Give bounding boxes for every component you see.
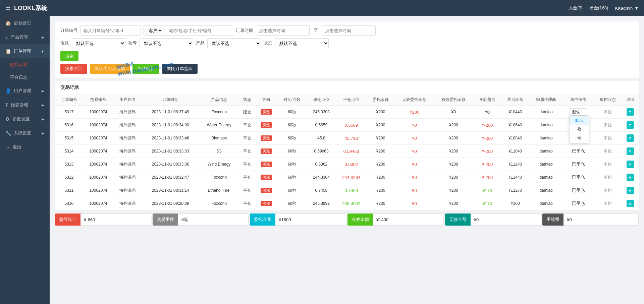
cell-pnl: ¥170: [473, 197, 501, 210]
sidebar-item-logout[interactable]: → 退出: [0, 140, 50, 154]
sidebar-label-order: 订单管理: [14, 48, 31, 54]
cell-control-op[interactable]: 已平仓: [563, 171, 594, 184]
dropdown-option-default[interactable]: 默认: [570, 116, 589, 125]
cell-detail[interactable]: ≡: [622, 132, 639, 145]
cell-control-op[interactable]: 已平仓: [563, 184, 594, 197]
cell-detail[interactable]: ≡: [622, 197, 639, 210]
cell-valid-entrust: ¥0: [434, 106, 473, 119]
search-button[interactable]: 搜索: [60, 51, 78, 61]
detail-icon[interactable]: ≡: [627, 187, 634, 194]
cell-control-status: 不控: [594, 119, 622, 132]
detail-icon[interactable]: ≡: [627, 174, 634, 181]
cell-balance-after: ¥10440: [501, 106, 529, 119]
status-select[interactable]: 默认不选: [275, 38, 329, 48]
sidebar-item-sys[interactable]: 🔧 系统设置 ▶: [0, 126, 50, 140]
sidebar-item-product[interactable]: ₿ 产品管理 ▶: [0, 30, 50, 44]
cell-close-price: 0.7469: [336, 184, 367, 197]
col-account: 交易账号: [83, 94, 114, 106]
sidebar-item-user[interactable]: 👤 用户管理 ▶: [0, 84, 50, 98]
cell-status: 平仓: [239, 197, 256, 210]
cell-detail[interactable]: ≡: [622, 158, 639, 171]
user-menu[interactable]: KKadmin ▼: [615, 6, 639, 11]
sidebar-label-product: 产品管理: [10, 34, 28, 40]
close-monitor-button[interactable]: 关闭订单监听: [162, 64, 198, 74]
dropdown-option-profit[interactable]: 盈: [570, 125, 589, 134]
detail-icon[interactable]: ≡: [627, 121, 634, 129]
dropdown-option-loss[interactable]: 亏: [570, 134, 589, 143]
sidebar-sub-item-trade-flow[interactable]: 交易流水: [0, 58, 50, 71]
zhang-die-select[interactable]: 默认不选 涨 跌: [72, 38, 125, 48]
filter-row-1: 订单编号 客户 订单时间 至: [60, 25, 633, 36]
cell-control-op[interactable]: 已平仓: [563, 197, 594, 210]
cell-product: Ethanol Fuel: [199, 184, 239, 197]
invalid-entrust-val: ¥0: [412, 123, 417, 128]
product-select[interactable]: 默认不选: [207, 38, 261, 48]
col-valid-entrust: 有效委托余额: [434, 94, 473, 106]
cell-detail[interactable]: ≡: [622, 184, 639, 197]
order-time-start-input[interactable]: [256, 25, 310, 36]
filter-area: 订单编号 客户 订单时间 至 涨跌: [55, 21, 639, 78]
sidebar-item-params[interactable]: ⚙ 参数设置 ▶: [0, 112, 50, 126]
cell-detail[interactable]: ≡: [622, 171, 639, 184]
cell-entrust: ¥200: [367, 184, 395, 197]
cell-entrust: ¥200: [367, 106, 395, 119]
cell-close-price: 45.793: [336, 132, 367, 145]
cell-time-points: 60秒: [277, 171, 307, 184]
stat-value-entrust: ¥1600: [275, 214, 346, 226]
cell-order-time: 2023-11-01 08:33:06: [142, 158, 199, 171]
default-today-button[interactable]: 默认为当天订单: [90, 64, 130, 74]
order-time-end-input[interactable]: [322, 25, 376, 36]
detail-icon[interactable]: ≡: [627, 108, 634, 116]
auto-refresh-button[interactable]: 自动刷新: [132, 64, 159, 74]
customer-label-btn[interactable]: 客户: [144, 25, 166, 36]
pnl-value: ¥-200: [482, 123, 493, 128]
detail-icon[interactable]: ≡: [627, 161, 634, 168]
cell-detail[interactable]: ≡: [622, 106, 639, 119]
profit-loss-select[interactable]: 默认不选 盈 亏: [140, 38, 193, 48]
cell-invalid-entrust: ¥0: [395, 132, 434, 145]
cell-control-op[interactable]: 默认 盈 亏 默认 盈 亏: [563, 106, 594, 119]
detail-icon[interactable]: ≡: [627, 147, 634, 155]
cell-control-op[interactable]: 已平仓: [563, 145, 594, 158]
table-title: 交易记录: [55, 81, 639, 94]
outcome-badge[interactable]: 出金(168): [589, 5, 608, 11]
detail-icon[interactable]: ≡: [627, 200, 634, 207]
sidebar-sub-item-platform-log[interactable]: 平台日志: [0, 71, 50, 84]
detail-icon[interactable]: ≡: [627, 134, 634, 142]
control-dropdown-wrap[interactable]: 默认 盈 亏 默认 盈 亏: [569, 108, 587, 116]
direction-tag: 买涨: [261, 148, 272, 154]
order-no-input[interactable]: [80, 25, 141, 36]
customer-type-select[interactable]: 客户: [147, 28, 163, 34]
cell-account: 10002074: [83, 119, 114, 132]
cell-time-points: 60秒: [277, 132, 307, 145]
cell-time-points: 60秒: [277, 158, 307, 171]
hamburger-icon[interactable]: ☰: [5, 4, 11, 12]
sidebar-item-report[interactable]: ¥ 报表管理 ▶: [0, 98, 50, 112]
header-left: ☰ LOOKL系统: [5, 4, 47, 12]
cell-product: 5G: [199, 145, 239, 158]
sidebar-item-order[interactable]: 📋 订单管理 ▼: [0, 44, 50, 58]
cell-balance-after: ¥11040: [501, 145, 529, 158]
cell-control-op[interactable]: 已平仓: [563, 158, 594, 171]
sidebar-item-dashboard[interactable]: 🏠 后台首页: [0, 16, 50, 30]
cell-control-status: 不控: [594, 106, 622, 119]
cell-detail[interactable]: ≡: [622, 119, 639, 132]
sys-icon: 🔧: [5, 130, 11, 136]
cell-pnl: ¥-200: [473, 132, 501, 145]
search-all-button[interactable]: 搜索全部: [60, 64, 87, 74]
content-area: 海外源码 www.haiwaiym.com 订单编号 客户 订单时间: [50, 16, 644, 304]
control-status-text: 已平仓: [572, 188, 585, 193]
invalid-entrust-val: ¥200: [410, 110, 419, 115]
app-logo: LOOKL系统: [14, 4, 47, 12]
customer-name-input[interactable]: [166, 25, 233, 36]
stat-item-invalid: 无效金额 ¥0: [445, 214, 541, 226]
col-open-price: 建仓点位: [307, 94, 336, 106]
control-dropdown[interactable]: 默认 盈 亏: [569, 108, 587, 116]
cell-account: 10002074: [83, 171, 114, 184]
cell-detail[interactable]: ≡: [622, 145, 639, 158]
sidebar-label-logout: 退出: [13, 144, 21, 150]
cell-close-price: 244.3264: [336, 171, 367, 184]
income-badge[interactable]: 入金(3): [569, 5, 583, 11]
cell-account: 10002074: [83, 158, 114, 171]
cell-control-status: 不控: [594, 158, 622, 171]
